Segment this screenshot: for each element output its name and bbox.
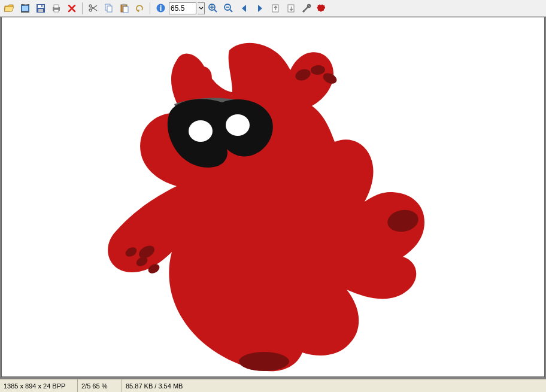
undo-button[interactable] bbox=[132, 1, 147, 16]
next-button[interactable] bbox=[253, 1, 267, 16]
svg-point-37 bbox=[239, 352, 289, 371]
info-button[interactable] bbox=[153, 1, 168, 16]
settings-button[interactable] bbox=[299, 1, 314, 16]
svg-rect-6 bbox=[25, 4, 26, 5]
open-button[interactable] bbox=[2, 1, 17, 16]
svg-rect-3 bbox=[22, 4, 22, 5]
x-icon bbox=[67, 4, 77, 13]
svg-rect-13 bbox=[41, 5, 43, 7]
svg-rect-20 bbox=[107, 6, 112, 12]
printer-icon bbox=[51, 3, 62, 14]
cut-button[interactable] bbox=[86, 1, 100, 16]
canvas-area bbox=[0, 17, 546, 379]
prev-button[interactable] bbox=[237, 1, 251, 16]
tools-icon bbox=[302, 3, 312, 13]
save-button[interactable] bbox=[34, 1, 48, 16]
scissors-icon bbox=[88, 3, 98, 13]
mascot-icon bbox=[317, 3, 327, 14]
zoom-out-icon bbox=[223, 3, 234, 14]
svg-rect-23 bbox=[123, 7, 128, 13]
zoom-input[interactable] bbox=[169, 2, 196, 14]
zoom-in-icon bbox=[208, 3, 219, 14]
doc-down-icon bbox=[286, 3, 296, 13]
status-dimensions: 1385 x 894 x 24 BPP bbox=[0, 379, 78, 392]
svg-point-42 bbox=[189, 120, 213, 142]
svg-rect-12 bbox=[38, 9, 43, 12]
paste-button[interactable] bbox=[117, 1, 131, 16]
zoom-out-button[interactable] bbox=[222, 1, 236, 16]
mascot-image bbox=[80, 35, 439, 377]
separator bbox=[82, 2, 83, 14]
undo-icon bbox=[135, 3, 145, 13]
zoom-dropdown[interactable] bbox=[198, 2, 205, 14]
app-window: 1385 x 894 x 24 BPP 2/5 65 % 85.87 KB / … bbox=[0, 0, 546, 392]
mascot-button[interactable] bbox=[315, 1, 329, 16]
arrow-right-icon bbox=[254, 3, 265, 14]
copy-icon bbox=[104, 3, 114, 13]
film-icon bbox=[20, 3, 31, 14]
move-up-button[interactable] bbox=[268, 1, 283, 16]
arrow-left-icon bbox=[239, 3, 250, 14]
svg-rect-11 bbox=[38, 5, 44, 8]
separator bbox=[150, 2, 150, 14]
status-sizes: 85.87 KB / 3.54 MB bbox=[122, 379, 218, 392]
svg-rect-8 bbox=[28, 4, 28, 5]
clipboard-icon bbox=[119, 3, 129, 13]
print-button[interactable] bbox=[49, 1, 63, 16]
info-icon bbox=[156, 3, 166, 13]
status-bar: 1385 x 894 x 24 BPP 2/5 65 % 85.87 KB / … bbox=[0, 379, 546, 392]
svg-rect-4 bbox=[23, 4, 23, 5]
chevron-down-icon bbox=[199, 6, 204, 11]
svg-rect-5 bbox=[24, 4, 25, 5]
image-canvas[interactable] bbox=[1, 17, 545, 377]
folder-open-icon bbox=[4, 3, 15, 14]
status-index-zoom: 2/5 65 % bbox=[78, 379, 122, 392]
copy-button[interactable] bbox=[101, 1, 116, 16]
slideshow-button[interactable] bbox=[18, 1, 32, 16]
floppy-icon bbox=[35, 3, 46, 14]
svg-point-43 bbox=[226, 114, 250, 136]
svg-rect-22 bbox=[122, 4, 126, 6]
svg-rect-9 bbox=[22, 6, 28, 11]
doc-up-icon bbox=[271, 3, 281, 13]
svg-rect-2 bbox=[21, 11, 29, 13]
svg-rect-16 bbox=[54, 10, 59, 12]
move-down-button[interactable] bbox=[284, 1, 298, 16]
main-toolbar bbox=[0, 0, 546, 17]
svg-rect-26 bbox=[160, 7, 161, 11]
svg-point-25 bbox=[160, 5, 162, 7]
svg-rect-7 bbox=[26, 4, 27, 5]
delete-button[interactable] bbox=[65, 1, 79, 16]
svg-rect-15 bbox=[54, 5, 59, 8]
zoom-in-button[interactable] bbox=[206, 1, 220, 16]
